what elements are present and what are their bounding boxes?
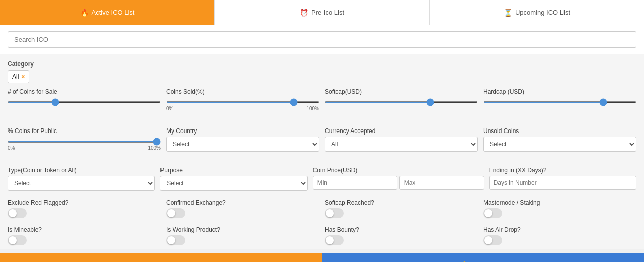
exclude-red-label: Exclude Red Flagged?	[8, 199, 161, 206]
tab-pre-ico[interactable]: Pre Ico List	[215, 0, 430, 25]
masternode-slider	[483, 208, 502, 218]
is-mineable-toggle-wrap	[8, 235, 161, 245]
filter-row-2: % Coins for Public 0% 100% My Country Se…	[8, 127, 636, 163]
has-airdrop-col: Has Air Drop?	[483, 226, 636, 249]
coin-price-minmax	[313, 176, 484, 190]
bottom-bar: View Less Filters Create Alert	[0, 253, 644, 262]
is-mineable-col: Is Mineable?	[8, 226, 166, 249]
is-working-col: Is Working Product?	[166, 226, 325, 249]
create-alert-button[interactable]: Create Alert	[322, 253, 644, 262]
search-section	[0, 25, 644, 54]
category-label: Category	[8, 60, 636, 68]
fire-icon	[80, 9, 89, 17]
softcap-label: Softcap(USD)	[325, 88, 478, 95]
is-mineable-label: Is Mineable?	[8, 226, 161, 233]
tab-upcoming-ico[interactable]: Upcoming ICO List	[430, 0, 644, 25]
view-less-filters-button[interactable]: View Less Filters	[0, 253, 322, 262]
coins-public-slider[interactable]	[8, 141, 161, 143]
ending-in-input[interactable]	[489, 176, 636, 190]
has-bounty-slider	[325, 235, 344, 245]
currency-accepted-col: Currency Accepted All	[325, 127, 483, 163]
coin-price-col: Coin Price(USD)	[313, 167, 489, 195]
has-airdrop-toggle[interactable]	[483, 235, 502, 245]
softcap-reached-col: Softcap Reached?	[325, 199, 483, 222]
masternode-col: Masternode / Staking	[483, 199, 636, 222]
coin-price-label: Coin Price(USD)	[313, 167, 484, 174]
coins-for-sale-label: # of Coins for Sale	[8, 88, 161, 95]
purpose-select[interactable]: Select	[160, 176, 307, 191]
confirmed-exchange-slider	[166, 208, 185, 218]
softcap-reached-toggle[interactable]	[325, 208, 344, 218]
purpose-label: Purpose	[160, 167, 307, 174]
is-working-toggle-wrap	[166, 235, 319, 245]
hardcap-range	[483, 97, 636, 113]
my-country-label: My Country	[166, 127, 319, 135]
tab-upcoming-label: Upcoming ICO List	[515, 9, 570, 16]
softcap-range	[325, 97, 478, 113]
my-country-select[interactable]: Select	[166, 137, 319, 152]
is-working-label: Is Working Product?	[166, 226, 319, 233]
type-select[interactable]: Select	[8, 176, 155, 191]
filter-row-5: Is Mineable? Is Working Product? Has Bou…	[8, 226, 636, 249]
is-working-slider	[166, 235, 185, 245]
tab-active-ico[interactable]: Active ICO List	[0, 0, 215, 25]
search-input[interactable]	[8, 31, 636, 48]
has-airdrop-label: Has Air Drop?	[483, 226, 636, 233]
unsold-coins-select[interactable]: Select	[483, 137, 636, 152]
exclude-red-toggle-wrap	[8, 208, 161, 218]
tabs-bar: Active ICO List Pre Ico List Upcoming IC…	[0, 0, 644, 25]
has-bounty-label: Has Bounty?	[325, 226, 478, 233]
hardcap-label: Hardcap (USD)	[483, 88, 636, 95]
currency-accepted-select[interactable]: All	[325, 137, 478, 152]
softcap-reached-toggle-wrap	[325, 208, 478, 218]
masternode-toggle-wrap	[483, 208, 636, 218]
clock-icon	[300, 9, 308, 17]
has-airdrop-toggle-wrap	[483, 235, 636, 245]
coins-public-col: % Coins for Public 0% 100%	[8, 127, 166, 163]
purpose-col: Purpose Select	[160, 167, 312, 195]
coins-sold-range: 0% 100%	[166, 97, 319, 119]
type-label: Type(Coin or Token or All)	[8, 167, 155, 174]
ending-in-col: Ending in (XX Days)?	[489, 167, 636, 195]
has-bounty-col: Has Bounty?	[325, 226, 483, 249]
filter-row-4: Exclude Red Flagged? Confirmed Exchange?…	[8, 199, 636, 222]
softcap-col: Softcap(USD)	[325, 88, 483, 123]
exclude-red-toggle[interactable]	[8, 208, 27, 218]
hardcap-col: Hardcap (USD)	[483, 88, 636, 123]
confirmed-exchange-toggle[interactable]	[166, 208, 185, 218]
has-airdrop-slider	[483, 235, 502, 245]
coins-sold-slider[interactable]	[166, 101, 319, 103]
tab-pre-label: Pre Ico List	[311, 9, 344, 16]
has-bounty-toggle-wrap	[325, 235, 478, 245]
category-tag-text: All	[12, 73, 19, 80]
softcap-reached-label: Softcap Reached?	[325, 199, 478, 206]
coin-price-max[interactable]	[399, 176, 484, 190]
hardcap-slider[interactable]	[483, 101, 636, 103]
is-mineable-toggle[interactable]	[8, 235, 27, 245]
coins-for-sale-slider[interactable]	[8, 101, 161, 103]
exclude-red-slider	[8, 208, 27, 218]
softcap-slider[interactable]	[325, 101, 478, 103]
coins-public-label: % Coins for Public	[8, 127, 161, 135]
softcap-reached-slider	[325, 208, 344, 218]
coins-public-range: 0% 100%	[8, 137, 161, 159]
coins-sold-label: Coins Sold(%)	[166, 88, 319, 95]
type-col: Type(Coin or Token or All) Select	[8, 167, 160, 195]
is-mineable-slider	[8, 235, 27, 245]
coin-price-min[interactable]	[313, 176, 397, 190]
tab-active-label: Active ICO List	[92, 9, 135, 16]
filters-area: Category All × # of Coins for Sale Coins…	[0, 54, 644, 249]
masternode-label: Masternode / Staking	[483, 199, 636, 206]
is-working-toggle[interactable]	[166, 235, 185, 245]
has-bounty-toggle[interactable]	[325, 235, 344, 245]
filter-row-1: # of Coins for Sale Coins Sold(%) 0% 100…	[8, 88, 636, 123]
unsold-coins-col: Unsold Coins Select	[483, 127, 636, 163]
coins-for-sale-range	[8, 97, 161, 113]
category-tag-close[interactable]: ×	[21, 73, 25, 80]
my-country-col: My Country Select	[166, 127, 325, 163]
unsold-coins-label: Unsold Coins	[483, 127, 636, 135]
confirmed-exchange-toggle-wrap	[166, 208, 319, 218]
hourglass-icon	[504, 9, 512, 17]
masternode-toggle[interactable]	[483, 208, 502, 218]
ending-in-label: Ending in (XX Days)?	[489, 167, 636, 174]
